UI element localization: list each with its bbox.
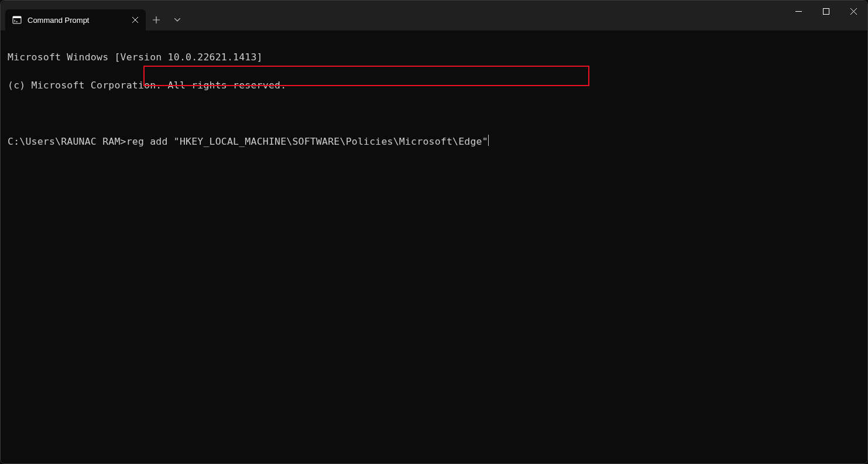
terminal-blank-line — [8, 107, 860, 121]
terminal-prompt-line: C:\Users\RAUNAC RAM>reg add "HKEY_LOCAL_… — [8, 135, 860, 149]
tab-dropdown-button[interactable] — [167, 9, 188, 30]
maximize-button[interactable] — [812, 1, 840, 22]
terminal-prompt: C:\Users\RAUNAC RAM> — [8, 136, 126, 147]
terminal-line-version: Microsoft Windows [Version 10.0.22621.14… — [8, 50, 860, 64]
terminal-output[interactable]: Microsoft Windows [Version 10.0.22621.14… — [1, 30, 867, 463]
window-titlebar: Command Prompt — [1, 1, 867, 30]
tabs-row: Command Prompt — [1, 1, 188, 30]
tab-title: Command Prompt — [28, 16, 125, 25]
minimize-button[interactable] — [785, 1, 812, 22]
close-window-button[interactable] — [840, 1, 867, 22]
svg-rect-8 — [824, 8, 829, 14]
new-tab-button[interactable] — [146, 9, 167, 30]
close-tab-button[interactable] — [131, 15, 140, 25]
terminal-icon — [12, 15, 22, 25]
tab-command-prompt[interactable]: Command Prompt — [5, 9, 146, 30]
terminal-cursor — [488, 135, 489, 146]
terminal-line-copyright: (c) Microsoft Corporation. All rights re… — [8, 79, 860, 93]
window-controls — [785, 1, 867, 22]
terminal-command: reg add "HKEY_LOCAL_MACHINE\SOFTWARE\Pol… — [126, 136, 488, 147]
svg-rect-1 — [13, 16, 21, 18]
